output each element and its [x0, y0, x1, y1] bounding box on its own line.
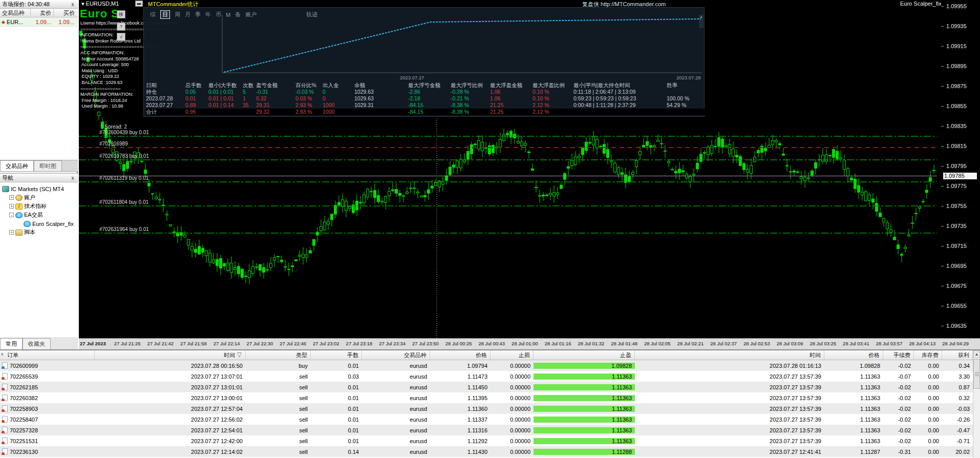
- orders-col-12[interactable]: 获利: [942, 350, 973, 360]
- market-watch-close-icon[interactable]: x: [70, 2, 76, 7]
- orders-col-10[interactable]: 手续费: [883, 350, 914, 360]
- stats-cell: 0.03 %: [295, 95, 323, 102]
- market-watch-row[interactable]: ◆EUR... 1.09... 1.09...: [0, 17, 78, 27]
- order-cell: -0.02: [883, 363, 914, 369]
- order-line-label: #702616989: [99, 141, 128, 147]
- market-watch-header: 交易品种 卖价 买价: [0, 9, 78, 17]
- nav-item-账户[interactable]: +账户: [2, 193, 78, 202]
- orders-col-4[interactable]: 交易品种: [362, 350, 430, 360]
- order-cell: 1.11360: [430, 406, 491, 412]
- stats-cell: 29.32: [256, 109, 295, 115]
- stats-panel-button-help[interactable]: ?: [117, 23, 125, 31]
- tab-symbols[interactable]: 交易品种: [0, 160, 34, 171]
- tab-favorites[interactable]: 收藏夹: [23, 338, 51, 349]
- orders-col-9[interactable]: 价格: [824, 350, 883, 360]
- order-cell: 0.00000: [491, 427, 534, 433]
- price-axis[interactable]: 1.099551.099351.099151.098951.098751.098…: [941, 0, 980, 338]
- stats-col-header: 百分比%: [295, 82, 323, 89]
- nav-item-脚本[interactable]: +脚本: [2, 228, 78, 237]
- nav-item-技术指标[interactable]: +f技术指标: [2, 202, 78, 211]
- order-row[interactable]: 7022603822023.07.27 13:00:01sell0.01euru…: [0, 392, 973, 403]
- sell-order-icon: [2, 394, 8, 401]
- order-cell: 0.00: [914, 417, 942, 423]
- stats-cell: 合计: [146, 109, 185, 115]
- nav-item-EA交易[interactable]: -EA交易: [2, 211, 78, 219]
- scroll-thumb[interactable]: [973, 359, 980, 389]
- col-symbol[interactable]: 交易品种: [0, 9, 31, 17]
- order-cell: sell: [246, 438, 311, 444]
- current-price-badge: 1.09785: [943, 173, 977, 179]
- time-axis[interactable]: 27 Jul 202327 Jul 21:2627 Jul 21:4227 Ju…: [79, 338, 980, 349]
- stats-cell: -0.28 %: [451, 89, 490, 95]
- time-axis-label: 28 Jul 04:13: [909, 341, 936, 346]
- stats-panel-button-check[interactable]: √: [117, 33, 125, 41]
- order-cell: 2023.07.27 13:57:39: [635, 427, 824, 433]
- order-cell: 2023.07.27 12:41:41: [635, 449, 824, 455]
- scroll-up-icon[interactable]: ▲: [973, 350, 980, 358]
- nav-item-label: EA交易: [24, 211, 43, 219]
- order-row[interactable]: 7022573282023.07.27 12:54:01sell0.01euru…: [0, 425, 973, 435]
- stats-cell: 2023.07.27: [146, 102, 185, 109]
- order-row[interactable]: 7022655392023.07.27 13:07:01sell0.03euru…: [0, 371, 973, 382]
- orders-col-5[interactable]: 价格: [430, 350, 491, 360]
- nav-item-IC Markets (SC) MT4[interactable]: IC Markets (SC) MT4: [2, 184, 78, 193]
- order-row[interactable]: 7022361302023.07.27 12:14:02sell0.14euru…: [0, 446, 973, 457]
- orders-col-1[interactable]: 时间 ▽: [95, 350, 246, 360]
- orders-col-7[interactable]: 止盈: [534, 350, 635, 360]
- price-axis-label: 1.09935: [946, 23, 967, 29]
- orders-col-0[interactable]: 订单: [0, 350, 95, 360]
- collapse-icon[interactable]: -: [9, 213, 14, 217]
- tab-tick-chart[interactable]: 即时图: [34, 160, 62, 171]
- expand-icon[interactable]: +: [9, 204, 14, 209]
- time-axis-label: 27 Jul 23:50: [412, 341, 439, 346]
- order-cell: -0.26: [942, 417, 973, 423]
- orders-col-6[interactable]: 止损: [491, 350, 534, 360]
- stats-cell: 54.29 %: [667, 102, 706, 109]
- accounts-icon: [15, 195, 23, 201]
- tab-common[interactable]: 常用: [0, 338, 23, 349]
- orders-col-8[interactable]: 时间: [635, 350, 824, 360]
- order-cell: 2023.07.28 01:16:13: [635, 363, 824, 369]
- nav-item-Euro Scalper_fix[interactable]: Euro Scalper_fix: [2, 219, 78, 228]
- expand-icon[interactable]: +: [9, 230, 14, 235]
- navigator-titlebar: 导航 x: [0, 174, 78, 182]
- sidebar-tabs: 交易品种 即时图: [0, 160, 78, 172]
- order-cell: 0.01: [311, 363, 362, 369]
- orders-col-11[interactable]: 库存费: [914, 350, 942, 360]
- expand-icon[interactable]: +: [9, 195, 14, 200]
- order-cell: 0.01: [311, 417, 362, 423]
- stats-panel-button-move[interactable]: 移: [117, 10, 125, 18]
- order-cell: 1.11430: [430, 449, 491, 455]
- col-ask[interactable]: 买价: [54, 9, 77, 17]
- stats-col-header: 余额: [354, 82, 408, 89]
- chart-symbol-dropdown[interactable]: ▾ EURUSD,M1: [81, 1, 119, 7]
- order-row[interactable]: 7022589032023.07.27 12:57:04sell0.01euru…: [0, 403, 973, 414]
- sell-order-icon: [2, 427, 8, 433]
- col-bid[interactable]: 卖价: [31, 9, 54, 17]
- order-row[interactable]: 7022584072023.07.27 12:56:02sell0.01euru…: [0, 414, 973, 425]
- price-tick: [941, 306, 944, 306]
- order-cell: 0.00000: [491, 384, 534, 390]
- time-axis-label: 27 Jul 23:18: [346, 341, 373, 346]
- order-row[interactable]: 7026009992023.07.28 00:16:50buy0.01eurus…: [0, 360, 973, 371]
- stats-cell: [667, 109, 706, 115]
- order-cell: 0.00: [914, 449, 942, 455]
- order-cell: -0.02: [883, 417, 914, 423]
- minimize-chart-button[interactable]: ▬: [135, 1, 143, 7]
- order-cell: 2023.07.27 12:14:02: [95, 449, 246, 455]
- order-row[interactable]: 7022621852023.07.27 13:01:01sell0.01euru…: [0, 382, 973, 392]
- navigator-close-icon[interactable]: x: [70, 175, 76, 181]
- terminal-close-icon[interactable]: x: [1, 351, 4, 357]
- time-axis-label: 28 Jul 00:25: [445, 341, 472, 346]
- orders-scrollbar[interactable]: ▲: [973, 350, 980, 458]
- stats-col-header: 最大浮盈比例: [532, 82, 573, 89]
- order-row[interactable]: 7022515312023.07.27 12:42:00sell0.01euru…: [0, 435, 973, 446]
- price-axis-label: 1.09775: [946, 183, 967, 189]
- order-cell: 2023.07.27 13:00:01: [95, 395, 246, 401]
- orders-col-2[interactable]: 类型: [246, 350, 311, 360]
- order-cell: 1.11473: [430, 373, 491, 380]
- price-tick: [941, 266, 944, 266]
- orders-col-3[interactable]: 手数: [311, 350, 362, 360]
- order-cell: 0.01: [311, 406, 362, 412]
- stats-cell: 2.93 %: [295, 102, 323, 109]
